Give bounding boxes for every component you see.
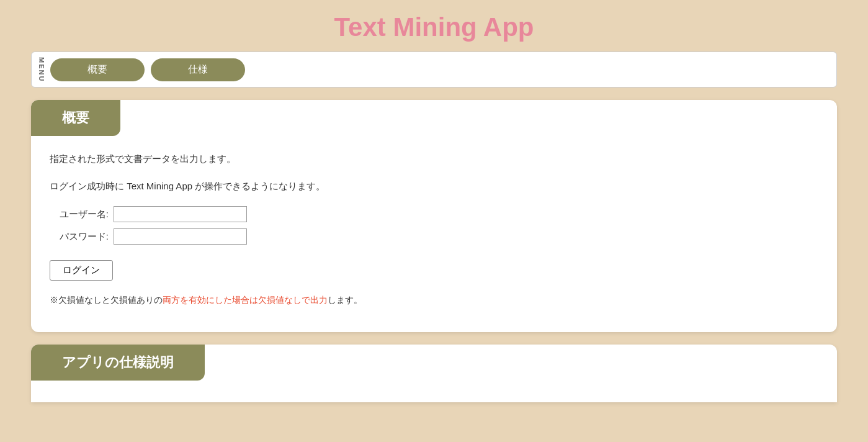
notice-prefix: ※欠損値なしと欠損値ありの: [50, 295, 163, 305]
tab-overview[interactable]: 概要: [50, 58, 145, 81]
menu-tabs: 概要 仕様: [50, 58, 245, 81]
username-input[interactable]: [114, 206, 247, 222]
overview-section-header: 概要: [31, 100, 120, 136]
overview-card: 概要 指定された形式で文書データを出力します。 ログイン成功時に Text Mi…: [31, 100, 837, 332]
notice-text: ※欠損値なしと欠損値ありの両方を有効にした場合は欠損値なしで出力します。: [50, 293, 818, 307]
menu-bar: MENU 概要 仕様: [31, 52, 837, 88]
overview-section-title: 概要: [62, 110, 89, 125]
page-header: Text Mining App: [0, 0, 868, 52]
password-label: パスワード:: [50, 231, 109, 243]
notice-suffix: します。: [328, 295, 362, 305]
menu-label: MENU: [38, 57, 45, 82]
password-row: パスワード:: [50, 228, 818, 245]
username-row: ユーザー名:: [50, 206, 818, 222]
overview-section-body: 指定された形式で文書データを出力します。 ログイン成功時に Text Minin…: [31, 151, 837, 307]
username-label: ユーザー名:: [50, 209, 109, 220]
tab-spec[interactable]: 仕様: [151, 58, 245, 81]
password-input[interactable]: [114, 228, 247, 245]
description-text-2: ログイン成功時に Text Mining App が操作できるようになります。: [50, 179, 818, 194]
spec-section-header: アプリの仕様説明: [31, 345, 205, 381]
notice-highlight: 両方を有効にした場合は欠損値なしで出力: [163, 295, 328, 305]
description-text-1: 指定された形式で文書データを出力します。: [50, 151, 818, 166]
spec-section-title: アプリの仕様説明: [62, 354, 174, 370]
content-area: 概要 指定された形式で文書データを出力します。 ログイン成功時に Text Mi…: [31, 100, 837, 402]
page-title: Text Mining App: [0, 12, 868, 42]
login-button[interactable]: ログイン: [50, 260, 113, 281]
spec-card: アプリの仕様説明: [31, 345, 837, 402]
login-form: ユーザー名: パスワード:: [50, 206, 818, 245]
